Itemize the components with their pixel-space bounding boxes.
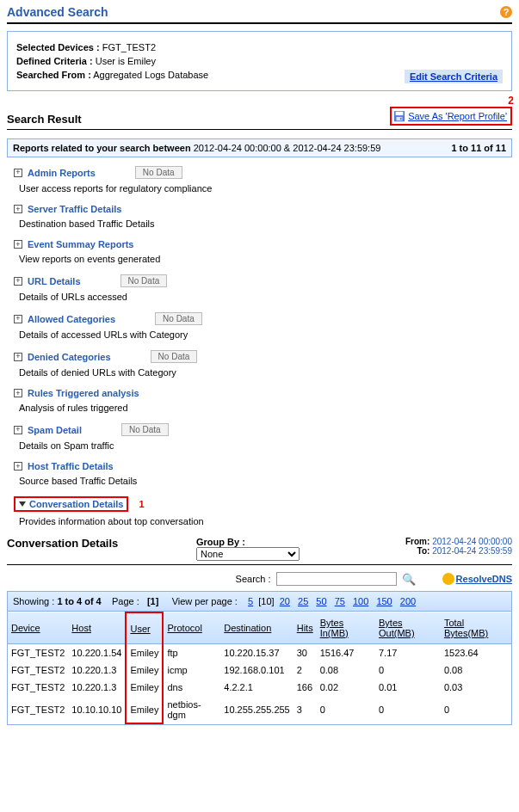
table-cell: 0.01 [375,679,441,696]
no-data-badge: No Data [151,350,198,363]
table-cell: Emiley [126,661,163,679]
column-header[interactable]: Destination [220,612,293,644]
table-cell: Emiley [126,696,163,723]
report-desc: Analysis of rules triggered [19,403,512,413]
table-cell: 0.02 [317,679,375,696]
from-date-label: From: [405,537,429,546]
groupby-label: Group By : [196,537,245,547]
help-icon[interactable]: ? [500,6,512,18]
table-cell: 1516.47 [317,644,375,662]
column-header[interactable]: User [126,612,163,644]
save-as-profile-box: Save As 'Report Profile' [390,107,512,126]
table-cell: 0 [375,661,441,679]
summary-bar: Reports related to your search between 2… [7,138,512,157]
report-desc: Details of URLs accessed [19,292,512,302]
expand-icon[interactable]: + [14,169,22,177]
table-cell: 0 [441,696,511,723]
report-desc: Source based Traffic Details [19,476,512,486]
page-size-link[interactable]: 50 [316,596,326,606]
column-header[interactable]: Device [8,612,68,644]
summary-prefix: Reports related to your search between [13,143,194,153]
column-header[interactable]: Protocol [163,612,220,644]
to-date-value: 2012-04-24 23:59:59 [432,546,512,556]
table-cell: 166 [293,679,317,696]
summary-count: 1 to 11 of 11 [451,143,506,153]
report-desc: Details of denied URLs with Category [19,367,512,378]
table-row: FGT_TEST210.220.1.3Emileyicmp192.168.0.1… [8,661,511,679]
table-row: FGT_TEST210.10.10.10Emileynetbios-dgm10.… [8,696,511,723]
to-date-label: To: [417,546,430,556]
expand-icon[interactable]: + [14,205,22,213]
report-desc: Details on Spam traffic [19,440,512,451]
report-title[interactable]: Admin Reports [28,168,96,178]
report-title[interactable]: Denied Categories [28,352,111,362]
column-header[interactable]: Hits [293,612,317,644]
groupby-select[interactable]: None [196,547,300,561]
report-title[interactable]: Rules Triggered analysis [28,388,139,398]
showing-label: Showing : [13,596,57,606]
search-icon[interactable]: 🔍 [402,573,416,586]
page-size-link[interactable]: 200 [400,596,416,606]
page-size-link[interactable]: 20 [280,596,290,606]
table-cell: 2 [293,661,317,679]
vpp-label: View per page : [172,596,238,606]
report-desc: View reports on events generated [19,254,512,264]
expand-icon[interactable]: + [14,240,22,249]
table-cell: 10.220.1.3 [68,679,126,696]
search-input[interactable] [276,572,397,586]
no-data-badge: No Data [135,166,182,179]
column-header[interactable]: Bytes Out(MB) [375,612,441,644]
page-label: Page : [112,596,139,606]
no-data-badge: No Data [120,274,168,287]
report-title[interactable]: URL Details [28,276,81,286]
report-desc: User access reports for regulatory compl… [19,183,512,194]
expand-icon[interactable]: + [14,426,22,434]
table-cell: 10.220.1.54 [68,644,126,662]
table-cell: 192.168.0.101 [220,661,293,679]
edit-search-criteria-link[interactable]: Edit Search Criteria [405,70,503,83]
expand-icon[interactable]: + [14,462,22,471]
no-data-badge: No Data [155,312,202,325]
expand-icon[interactable]: + [14,315,22,323]
report-title[interactable]: Allowed Categories [28,314,115,324]
page-size-link[interactable]: 5 [248,596,253,606]
from-label: Searched From : [16,70,91,80]
table-cell: 3 [293,696,317,723]
callout-2: 2 [508,95,514,107]
report-title[interactable]: Event Summay Reports [28,239,133,249]
table-cell: Emiley [126,644,163,662]
column-header[interactable]: Bytes In(MB) [317,612,375,644]
table-cell: 30 [293,644,317,662]
expand-icon[interactable]: + [14,353,22,361]
floppy-icon [393,110,405,122]
page-size-link[interactable]: 100 [353,596,368,606]
save-as-profile-link[interactable]: Save As 'Report Profile' [408,111,507,121]
devices-value: FGT_TEST2 [102,42,156,52]
resolve-dns-link[interactable]: ResolveDNS [442,573,512,585]
table-row: FGT_TEST210.220.1.54Emileyftp10.220.15.3… [8,644,511,662]
report-title[interactable]: Server Traffic Details [28,204,121,214]
expand-icon[interactable]: + [14,277,22,286]
table-cell: 7.17 [375,644,441,662]
table-cell: 1523.64 [441,644,511,662]
column-header[interactable]: Host [68,612,126,644]
report-desc: Details of accessed URLs with Category [19,329,512,340]
summary-range: 2012-04-24 00:00:00 & 2012-04-24 23:59:5… [194,143,381,153]
report-title[interactable]: Spam Detail [28,425,82,435]
page-size-link[interactable]: 75 [335,596,345,606]
table-cell: 4.2.2.1 [220,679,293,696]
table-cell: 10.220.15.37 [220,644,293,662]
page-size-link[interactable]: 150 [376,596,392,606]
table-cell: 10.255.255.255 [220,696,293,723]
callout-1: 1 [139,499,144,509]
table-cell: FGT_TEST2 [8,661,68,679]
report-title-conversation[interactable]: Conversation Details [29,499,123,509]
report-title[interactable]: Host Traffic Details [28,461,114,471]
page-size-link[interactable]: 25 [298,596,308,606]
page-size-current: [10] [258,596,274,606]
search-label: Search : [236,574,271,584]
column-header[interactable]: Total Bytes(MB) [441,612,511,644]
expand-icon[interactable]: + [14,389,22,397]
table-cell: 0.08 [317,661,375,679]
caret-down-icon[interactable] [19,501,26,507]
